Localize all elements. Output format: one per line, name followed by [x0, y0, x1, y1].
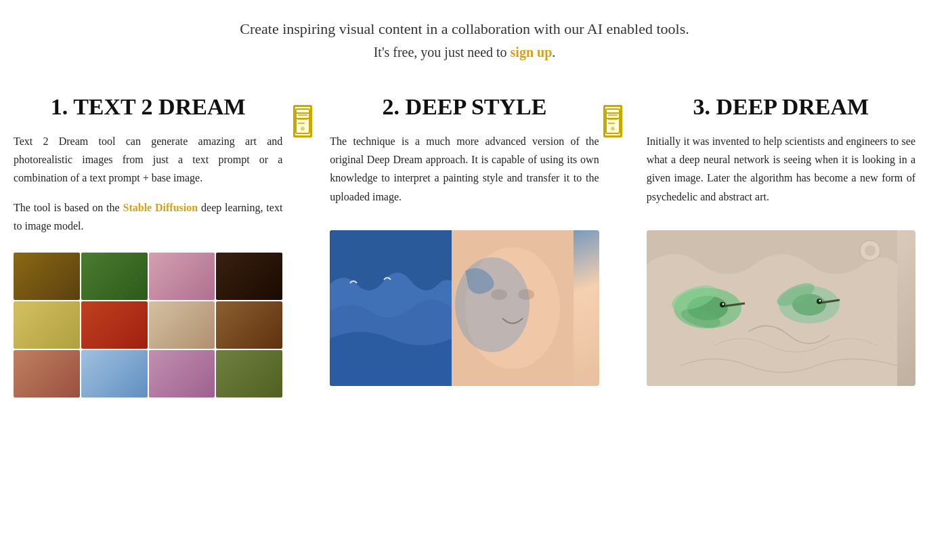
- grid-cell-10: [81, 350, 148, 397]
- svg-point-31: [865, 245, 876, 256]
- grid-cell-5: [14, 301, 80, 349]
- text2dream-image-grid: [14, 253, 282, 397]
- grid-cell-2: [81, 253, 148, 300]
- grid-cell-12: [216, 350, 282, 397]
- deep-style-image: [330, 230, 599, 386]
- signup-line: It's free, you just need to sign up.: [14, 45, 915, 60]
- col-text2dream: 1. TEXT 2 DREAM Text 2 Dream tool can ge…: [14, 94, 303, 397]
- col-deepstyle: 2. DEEP STYLE The technique is a much mo…: [316, 94, 612, 397]
- col2-title: 2. DEEP STYLE: [330, 94, 599, 120]
- book-icon-2: [603, 105, 622, 137]
- col1-extra-before: The tool is based on the: [14, 202, 120, 213]
- grid-cell-7: [149, 301, 215, 349]
- svg-point-23: [722, 303, 724, 305]
- col3-desc: Initially it was invented to help scient…: [647, 132, 915, 206]
- grid-cell-11: [149, 350, 215, 397]
- col1-extra: The tool is based on the Stable Diffusio…: [14, 198, 282, 235]
- features-columns: 1. TEXT 2 DREAM Text 2 Dream tool can ge…: [0, 67, 929, 411]
- col2-desc: The technique is a much more advanced ve…: [330, 132, 599, 206]
- grid-cell-9: [14, 350, 80, 397]
- signup-line-after: .: [552, 45, 555, 60]
- col3-title: 3. DEEP DREAM: [647, 94, 915, 120]
- divider-icon-2: [601, 101, 625, 142]
- top-section: Create inspiring visual content in a col…: [0, 0, 929, 67]
- col1-desc: Text 2 Dream tool can generate amazing a…: [14, 132, 282, 188]
- grid-cell-3: [149, 253, 215, 300]
- col1-title: 1. TEXT 2 DREAM: [14, 94, 282, 120]
- grid-cell-4: [216, 253, 282, 300]
- divider-icon-1: [290, 101, 315, 142]
- col-deepdream: 3. DEEP DREAM Initially it was invented …: [626, 94, 915, 397]
- stable-diffusion-link[interactable]: Stable Diffusion: [123, 202, 198, 213]
- deep-dream-image: [647, 230, 915, 386]
- grid-cell-1: [14, 253, 80, 300]
- svg-point-29: [819, 299, 821, 301]
- grid-cell-6: [81, 301, 148, 349]
- book-icon-1: [293, 105, 312, 137]
- grid-cell-8: [216, 301, 282, 349]
- signup-line-before: It's free, you just need to: [374, 45, 507, 60]
- svg-point-15: [611, 127, 615, 131]
- svg-point-4: [301, 127, 305, 131]
- tagline: Create inspiring visual content in a col…: [14, 20, 915, 38]
- signup-link[interactable]: sign up: [511, 45, 553, 60]
